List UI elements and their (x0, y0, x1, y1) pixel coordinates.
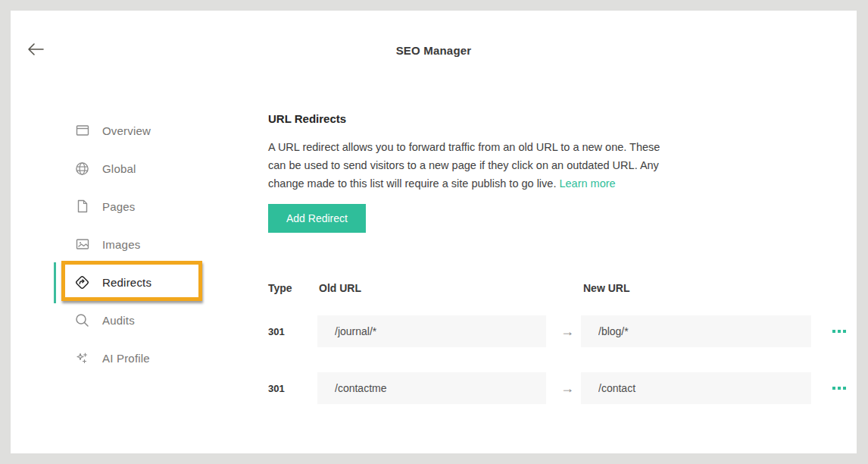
column-header-old-url: Old URL (319, 282, 361, 294)
redirect-row: 301 → (268, 372, 855, 404)
sidebar-item-audits[interactable]: Audits (62, 301, 214, 339)
page-title: SEO Manager (11, 44, 857, 57)
sidebar-item-ai-profile[interactable]: AI Profile (62, 339, 214, 377)
redirect-icon (75, 275, 89, 290)
active-item-indicator (54, 262, 56, 303)
redirect-type: 301 (268, 315, 285, 347)
sidebar-item-label: Overview (102, 124, 151, 137)
sidebar-item-redirects[interactable]: Redirects (62, 263, 214, 301)
sidebar-item-label: Audits (102, 314, 135, 327)
arrow-right-icon: → (556, 315, 579, 347)
sidebar-item-pages[interactable]: Pages (62, 187, 214, 225)
sidebar-item-label: Redirects (102, 276, 151, 289)
seo-manager-panel: SEO Manager Overview Global Pages (0, 0, 868, 464)
image-icon (75, 237, 89, 252)
row-options-menu[interactable] (832, 381, 849, 396)
modal-card: SEO Manager Overview Global Pages (11, 11, 857, 453)
redirect-row: 301 → (268, 315, 855, 347)
sidebar: Overview Global Pages Images (62, 111, 214, 377)
page-icon (75, 199, 89, 214)
sidebar-item-overview[interactable]: Overview (62, 111, 214, 149)
old-url-input[interactable] (317, 372, 546, 404)
old-url-input[interactable] (317, 315, 546, 347)
learn-more-link[interactable]: Learn more (559, 177, 615, 190)
sidebar-item-label: AI Profile (102, 352, 150, 365)
sidebar-item-images[interactable]: Images (62, 225, 214, 263)
add-redirect-button[interactable]: Add Redirect (268, 204, 366, 233)
sidebar-item-label: Images (102, 238, 140, 251)
sidebar-item-global[interactable]: Global (62, 149, 214, 187)
globe-icon (75, 161, 89, 176)
redirect-type: 301 (268, 372, 285, 404)
section-heading: URL Redirects (268, 112, 346, 125)
section-description: A URL redirect allows you to forward tra… (268, 138, 662, 193)
row-options-menu[interactable] (832, 324, 849, 339)
arrow-right-icon: → (556, 372, 579, 404)
sidebar-item-label: Global (102, 162, 136, 175)
browser-window-icon (75, 124, 89, 138)
new-url-input[interactable] (581, 315, 811, 347)
magnifier-icon (75, 313, 89, 328)
sparkles-icon (75, 351, 89, 365)
new-url-input[interactable] (581, 372, 811, 404)
sidebar-item-label: Pages (102, 200, 136, 213)
column-header-new-url: New URL (583, 282, 629, 294)
column-header-type: Type (268, 282, 292, 294)
